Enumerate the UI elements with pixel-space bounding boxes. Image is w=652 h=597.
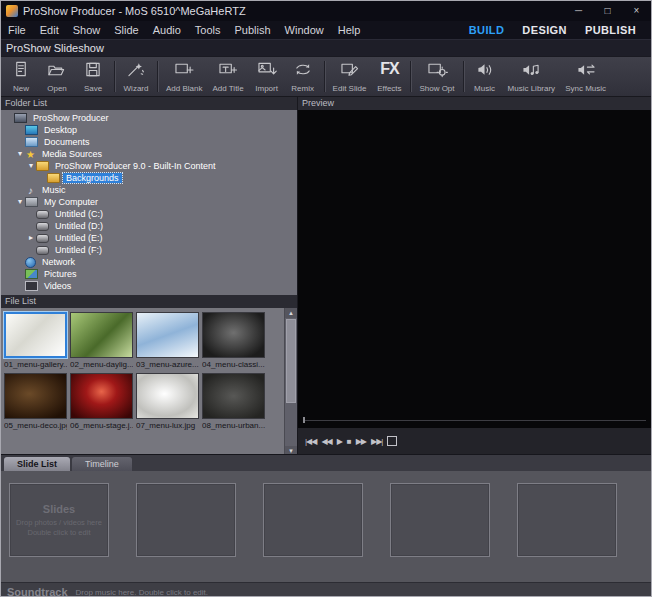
- file-thumbnail: [4, 373, 67, 419]
- menu-item-audio[interactable]: Audio: [146, 24, 188, 36]
- preview-scrubber[interactable]: [303, 420, 646, 421]
- toolbar-music-library-button[interactable]: Music Library: [503, 58, 561, 95]
- show-title: ProShow Slideshow: [1, 39, 651, 56]
- folder-item-untitled-f[interactable]: Untitled (F:): [1, 244, 297, 256]
- file-item-03-menu-azure[interactable]: 03_menu-azure...: [136, 312, 199, 369]
- menu-item-show[interactable]: Show: [66, 24, 108, 36]
- folder-item-my-computer[interactable]: ▾My Computer: [1, 196, 297, 208]
- menu-item-tools[interactable]: Tools: [188, 24, 228, 36]
- folder-tree: ProShow ProducerDesktopDocuments▾★Media …: [1, 110, 297, 295]
- save-icon: [81, 60, 105, 78]
- slides-placeholder-hint: Drop photos / videos here: [16, 518, 102, 528]
- tab-slide-list[interactable]: Slide List: [4, 457, 70, 471]
- toolbar-sync-music-button[interactable]: Sync Music: [560, 58, 611, 95]
- folder-item-desktop[interactable]: Desktop: [1, 124, 297, 136]
- toolbar-edit-slide-button[interactable]: Edit Slide: [328, 58, 372, 95]
- edit-slide-icon: [338, 60, 362, 78]
- menu-item-window[interactable]: Window: [278, 24, 331, 36]
- tab-timeline[interactable]: Timeline: [72, 457, 132, 471]
- folder-item-documents[interactable]: Documents: [1, 136, 297, 148]
- menu-item-help[interactable]: Help: [331, 24, 368, 36]
- folder-item-backgrounds[interactable]: Backgrounds: [1, 172, 297, 184]
- folder-item-music[interactable]: ♪Music: [1, 184, 297, 196]
- scrollbar-track[interactable]: [285, 318, 297, 446]
- folder-item-untitled-d[interactable]: Untitled (D:): [1, 220, 297, 232]
- file-name: 07_menu-lux.jpg: [136, 421, 199, 430]
- videos-icon: [25, 281, 38, 291]
- file-item-08-menu-urban[interactable]: 08_menu-urban...: [202, 373, 265, 430]
- toolbar-show-opt-button[interactable]: Show Opt: [414, 58, 459, 95]
- folder-item-label: Documents: [41, 137, 93, 147]
- file-name: 02_menu-daylig...: [70, 360, 133, 369]
- app-logo-icon: [6, 5, 18, 17]
- maximize-button[interactable]: □: [593, 1, 622, 21]
- chevron-down-icon[interactable]: ▾: [15, 148, 25, 160]
- soundtrack-bar[interactable]: Soundtrack Drop music here. Double click…: [1, 582, 651, 597]
- toolbar-effects-button[interactable]: FXEffects: [371, 58, 407, 95]
- main-area: Folder List ProShow ProducerDesktopDocum…: [1, 96, 651, 454]
- folder-item-media-sources[interactable]: ▾★Media Sources: [1, 148, 297, 160]
- folder-item-proshow-producer-9-0-built-in-content[interactable]: ▾ProShow Producer 9.0 - Built-In Content: [1, 160, 297, 172]
- folder-item-label: Network: [39, 257, 78, 267]
- minimize-button[interactable]: ─: [564, 1, 593, 21]
- toolbar-import-button[interactable]: Import: [249, 58, 285, 95]
- folder-item-untitled-c[interactable]: Untitled (C:): [1, 208, 297, 220]
- playback-skip-start-button[interactable]: |◀◀: [305, 437, 316, 446]
- toolbar-add-title-button[interactable]: Add Title: [207, 58, 248, 95]
- close-button[interactable]: ×: [622, 1, 651, 21]
- toolbar-button-label: Open: [47, 84, 67, 93]
- transport-controls: |◀◀◀◀▶■▶▶▶▶|: [298, 428, 651, 454]
- file-list-header: File List: [1, 295, 297, 308]
- menu-item-edit[interactable]: Edit: [33, 24, 66, 36]
- mode-publish[interactable]: PUBLISH: [576, 24, 645, 36]
- file-item-04-menu-classi[interactable]: 04_menu-classi...: [202, 312, 265, 369]
- toolbar-new-button[interactable]: New: [3, 58, 39, 95]
- folder-item-label: ProShow Producer: [30, 113, 112, 123]
- mode-switcher: BUILDDESIGNPUBLISH: [460, 24, 645, 36]
- file-item-05-menu-deco-jpg[interactable]: 05_menu-deco.jpg: [4, 373, 67, 430]
- file-name: 06_menu-stage.j...: [70, 421, 133, 430]
- menu-item-file[interactable]: File: [1, 24, 33, 36]
- slide-placeholder[interactable]: [517, 483, 617, 557]
- slide-placeholder[interactable]: [390, 483, 490, 557]
- toolbar-save-button[interactable]: Save: [75, 58, 111, 95]
- open-folder-icon: [45, 60, 69, 78]
- toolbar-remix-button[interactable]: Remix: [285, 58, 321, 95]
- file-item-02-menu-daylig[interactable]: 02_menu-daylig...: [70, 312, 133, 369]
- toolbar-open-button[interactable]: Open: [39, 58, 75, 95]
- menu-item-slide[interactable]: Slide: [107, 24, 145, 36]
- playback-fullscreen-button[interactable]: [387, 436, 397, 446]
- toolbar-add-blank-button[interactable]: Add Blank: [161, 58, 207, 95]
- chevron-down-icon[interactable]: ▾: [15, 196, 25, 208]
- mode-build[interactable]: BUILD: [460, 24, 514, 36]
- slide-placeholder[interactable]: [263, 483, 363, 557]
- toolbar-separator: [410, 61, 411, 92]
- slide-placeholder[interactable]: [136, 483, 236, 557]
- file-item-06-menu-stage-j[interactable]: 06_menu-stage.j...: [70, 373, 133, 430]
- playback-fast-forward-button[interactable]: ▶▶: [356, 437, 366, 446]
- folder-item-network[interactable]: Network: [1, 256, 297, 268]
- chevron-right-icon[interactable]: ▸: [26, 232, 36, 244]
- toolbar-wizard-button[interactable]: Wizard: [118, 58, 154, 95]
- playback-skip-end-button[interactable]: ▶▶|: [371, 437, 382, 446]
- file-list-scrollbar[interactable]: ▲ ▼: [284, 308, 297, 456]
- playback-play-button[interactable]: ▶: [337, 437, 342, 446]
- chevron-down-icon[interactable]: ▾: [26, 160, 36, 172]
- menu-item-publish[interactable]: Publish: [228, 24, 278, 36]
- slide-placeholder[interactable]: SlidesDrop photos / videos hereDouble cl…: [9, 483, 109, 557]
- file-item-07-menu-lux-jpg[interactable]: 07_menu-lux.jpg: [136, 373, 199, 430]
- scroll-up-icon[interactable]: ▲: [285, 308, 297, 318]
- folder-item-proshow-producer[interactable]: ProShow Producer: [1, 112, 297, 124]
- folder-item-pictures[interactable]: Pictures: [1, 268, 297, 280]
- scrollbar-thumb[interactable]: [286, 319, 296, 403]
- playback-stop-button[interactable]: ■: [347, 437, 351, 446]
- folder-item-label: Videos: [41, 281, 74, 291]
- menu-bar: FileEditShowSlideAudioToolsPublishWindow…: [1, 21, 651, 39]
- file-item-01-menu-gallery[interactable]: 01_menu-gallery...: [4, 312, 67, 369]
- mode-design[interactable]: DESIGN: [513, 24, 576, 36]
- toolbar-music-button[interactable]: Music: [467, 58, 503, 95]
- folder-icon: [36, 161, 49, 171]
- folder-item-untitled-e[interactable]: ▸Untitled (E:): [1, 232, 297, 244]
- playback-rewind-button[interactable]: ◀◀: [321, 437, 331, 446]
- folder-item-videos[interactable]: Videos: [1, 280, 297, 292]
